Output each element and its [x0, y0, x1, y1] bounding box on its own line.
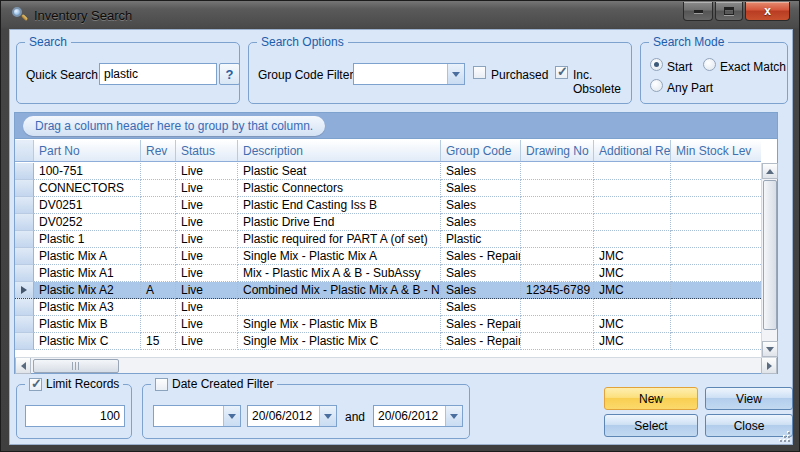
table-row[interactable]: CONNECTORSLivePlastic ConnectorsSales0 [15, 180, 761, 197]
date-field-dropdown-button[interactable] [223, 406, 240, 426]
table-row[interactable]: Plastic Mix A2ALiveCombined Mix - Plasti… [15, 282, 761, 299]
column-header-drawing-no[interactable]: Drawing No [521, 140, 594, 162]
titlebar[interactable]: Inventory Search x [1, 1, 799, 29]
inc-obsolete-checkbox[interactable] [555, 66, 568, 79]
cell-additional-ref: JMC [594, 248, 671, 265]
row-indicator-cell [15, 282, 34, 299]
new-button[interactable]: New [604, 387, 698, 410]
limit-records-groupbox: Limit Records [16, 384, 132, 439]
table-row[interactable]: Plastic Mix A1LiveMix - Plastic Mix A & … [15, 265, 761, 282]
table-row[interactable]: 100-751LivePlastic SeatSales0 [15, 163, 761, 180]
row-indicator-header [15, 140, 34, 162]
minimize-button[interactable] [683, 2, 713, 21]
row-indicator-cell [15, 163, 34, 180]
cell-description: Plastic Drive End [238, 214, 441, 231]
resize-grip[interactable] [778, 430, 790, 442]
horizontal-scrollbar[interactable] [15, 357, 777, 373]
radio-any-part[interactable] [650, 79, 663, 92]
cell-rev: A [141, 282, 176, 299]
limit-records-label: Limit Records [46, 377, 119, 391]
cell-additional-ref [594, 163, 671, 180]
from-date-picker[interactable]: 20/06/2012 [247, 405, 337, 427]
cell-group-code: Sales - Repair [441, 333, 521, 350]
column-header-min-stock-lev[interactable]: Min Stock Lev [671, 140, 761, 162]
cell-group-code: Sales [441, 299, 521, 316]
search-mode-groupbox: Search Mode Start Exact Match Any Part [640, 42, 788, 104]
cell-additional-ref [594, 180, 671, 197]
row-indicator-cell [15, 231, 34, 248]
table-row[interactable]: Plastic Mix ALiveSingle Mix - Plastic Mi… [15, 248, 761, 265]
quick-search-label: Quick Search [26, 68, 98, 82]
to-date-dropdown-button[interactable] [445, 406, 462, 426]
cell-rev [141, 316, 176, 333]
cell-group-code: Sales [441, 282, 521, 299]
vertical-scrollbar[interactable] [761, 163, 777, 357]
horizontal-scroll-thumb[interactable] [33, 359, 119, 373]
maximize-button[interactable] [715, 2, 743, 21]
window-title: Inventory Search [34, 8, 132, 23]
search-help-button[interactable]: ? [219, 63, 240, 85]
purchased-checkbox[interactable] [473, 66, 486, 79]
scroll-down-button[interactable] [762, 341, 778, 357]
date-created-filter-checkbox[interactable] [155, 378, 168, 391]
limit-records-checkbox[interactable] [29, 378, 42, 391]
from-date-dropdown-button[interactable] [319, 406, 336, 426]
cell-drawing-no [521, 248, 594, 265]
table-row[interactable]: DV0252LivePlastic Drive EndSales0 [15, 214, 761, 231]
group-by-hint: Drag a column header here to group by th… [23, 116, 325, 136]
limit-records-legend: Limit Records [25, 377, 123, 391]
search-groupbox: Search Quick Search ? [16, 42, 240, 104]
view-button[interactable]: View [705, 387, 793, 410]
column-header-status[interactable]: Status [176, 140, 238, 162]
cell-group-code: Plastic [441, 231, 521, 248]
cell-rev [141, 231, 176, 248]
quick-search-input[interactable] [99, 63, 217, 85]
group-code-filter-dropdown-button[interactable] [447, 64, 464, 84]
window-inventory-search: Inventory Search x Search Quick Search ?… [0, 0, 800, 452]
maximize-icon [724, 7, 734, 15]
date-field-combo[interactable] [153, 405, 241, 427]
window-controls: x [681, 2, 790, 21]
cell-rev: 15 [141, 333, 176, 350]
radio-start[interactable] [650, 58, 663, 71]
select-button[interactable]: Select [604, 414, 698, 437]
column-header-description[interactable]: Description [238, 140, 441, 162]
cell-drawing-no [521, 197, 594, 214]
table-row[interactable]: Plastic Mix C15LiveSingle Mix - Plastic … [15, 333, 761, 350]
column-header-rev[interactable]: Rev [141, 140, 176, 162]
scroll-left-button[interactable] [15, 358, 31, 374]
group-by-strip[interactable]: Drag a column header here to group by th… [15, 113, 777, 139]
current-row-arrow-icon [21, 286, 27, 294]
column-header-additional-ref[interactable]: Additional Ref [594, 140, 671, 162]
vertical-scroll-thumb[interactable] [763, 180, 777, 330]
close-button[interactable]: x [745, 2, 790, 21]
group-code-filter-combo[interactable] [353, 63, 465, 85]
radio-exact-match[interactable] [703, 58, 716, 71]
cell-group-code: Sales [441, 265, 521, 282]
cell-group-code: Sales [441, 197, 521, 214]
to-date-picker[interactable]: 20/06/2012 [373, 405, 463, 427]
scroll-up-button[interactable] [762, 163, 778, 179]
table-row[interactable]: Plastic Mix A3LiveSales0 [15, 299, 761, 316]
cell-description: Single Mix - Plastic Mix A [238, 248, 441, 265]
cell-min-stock-level: 0 [671, 265, 761, 282]
cell-group-code: Sales [441, 163, 521, 180]
cell-min-stock-level: 0 [671, 299, 761, 316]
arrow-down-icon [766, 347, 774, 352]
column-header-group-code[interactable]: Group Code [441, 140, 521, 162]
limit-records-input[interactable] [25, 405, 125, 427]
chevron-down-icon [324, 414, 332, 419]
table-row[interactable]: Plastic Mix BLiveSingle Mix - Plastic Mi… [15, 316, 761, 333]
cell-description: Single Mix - Plastic Mix B [238, 316, 441, 333]
cell-part-no: CONNECTORS [34, 180, 141, 197]
cell-min-stock-level: 0 [671, 316, 761, 333]
cell-group-code: Sales [441, 214, 521, 231]
cell-group-code: Sales - Repair [441, 248, 521, 265]
scroll-right-button[interactable] [761, 358, 777, 374]
and-label: and [345, 410, 365, 424]
cell-additional-ref [594, 299, 671, 316]
table-row[interactable]: DV0251LivePlastic End Casting Iss BSales… [15, 197, 761, 214]
table-row[interactable]: Plastic 1LivePlastic required for PART A… [15, 231, 761, 248]
column-header-part-no[interactable]: Part No [34, 140, 141, 162]
radio-any-part-label: Any Part [667, 81, 713, 95]
